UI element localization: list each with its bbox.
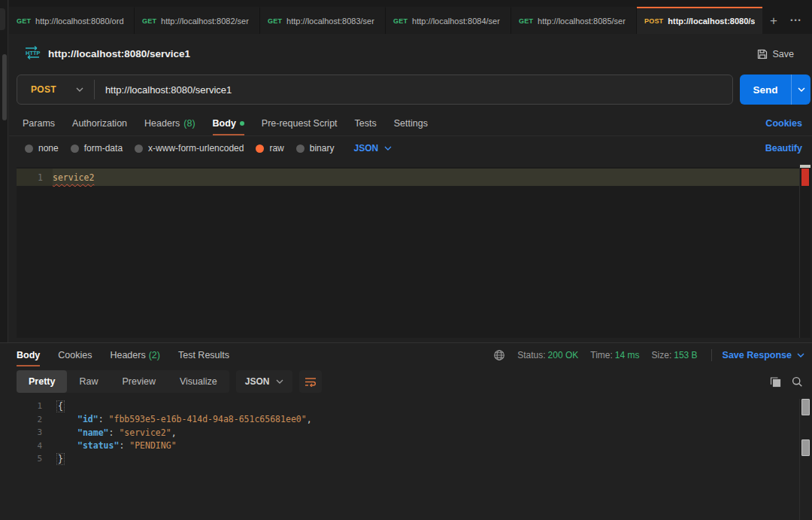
editor-text[interactable]: service2 xyxy=(53,172,94,183)
view-visualize[interactable]: Visualize xyxy=(168,370,229,393)
radio-none[interactable]: none xyxy=(25,143,59,154)
line-number: 4 xyxy=(0,441,42,451)
search-icon xyxy=(792,376,803,388)
request-url-input[interactable]: http://localhost:8080/service1 xyxy=(95,84,232,96)
tab-tests[interactable]: Tests xyxy=(355,111,377,135)
radio-icon xyxy=(71,144,79,153)
svg-text:HTTP: HTTP xyxy=(26,49,41,56)
code-line: 2 "id": "fbb593e5-e16b-414d-94a8-651c656… xyxy=(0,413,797,427)
tab-get-8085-ser[interactable]: GET http://localhost:8085/ser xyxy=(511,7,637,34)
globe-icon xyxy=(493,349,505,361)
json-value: "fbb593e5-e16b-414d-94a8-651c65681ee0" xyxy=(109,414,307,424)
response-tab-headers[interactable]: Headers (2) xyxy=(110,343,160,366)
response-tab-test-results-label: Test Results xyxy=(178,350,229,360)
send-options-button[interactable] xyxy=(791,75,810,105)
headers-count-badge: (8) xyxy=(183,118,195,129)
status-label: Status: xyxy=(517,350,545,360)
request-subtabs: Params Authorization Headers (8) Body Pr… xyxy=(9,111,812,136)
response-scrollbar-thumb[interactable] xyxy=(801,439,810,456)
view-raw[interactable]: Raw xyxy=(67,370,110,393)
code-line: 1 { xyxy=(0,400,797,413)
response-tab-body[interactable]: Body xyxy=(17,343,40,366)
send-button[interactable]: Send xyxy=(740,75,791,105)
save-response-label: Save Response xyxy=(723,350,792,360)
tab-get-8084-ser[interactable]: GET http://localhost:8084/ser xyxy=(386,7,511,34)
response-language-dropdown[interactable]: JSON xyxy=(236,370,293,393)
tab-post-8080-active[interactable]: POST http://localhost:8080/se xyxy=(637,7,762,34)
response-language-value: JSON xyxy=(245,376,270,387)
floppy-icon xyxy=(757,49,768,59)
json-value: "service2" xyxy=(119,427,171,438)
copy-button[interactable] xyxy=(770,376,781,388)
tab-params-label: Params xyxy=(23,118,55,129)
editor-overview-ruler xyxy=(799,167,800,338)
response-tab-cookies[interactable]: Cookies xyxy=(58,343,92,366)
json-comma: , xyxy=(307,414,312,424)
tab-get-8080-ord[interactable]: GET http://localhost:8080/ord xyxy=(9,7,135,34)
view-raw-label: Raw xyxy=(79,376,98,387)
line-number: 1 xyxy=(17,172,53,183)
json-key: "name" xyxy=(77,427,109,438)
view-preview[interactable]: Preview xyxy=(110,370,167,393)
editor-scrollbar-top xyxy=(800,165,810,168)
tab-prerequest-script[interactable]: Pre-request Script xyxy=(262,111,338,135)
new-tab-button[interactable]: + xyxy=(762,10,785,31)
size-pair: Size:153 B xyxy=(652,350,698,360)
body-type-row: none form-data x-www-form-urlencoded raw… xyxy=(9,137,812,160)
url-input-box: POST http://localhost:8080/service1 xyxy=(17,75,733,105)
tab-url: http://localhost:8082/ser xyxy=(161,17,249,26)
body-modified-dot xyxy=(240,121,244,126)
tab-tests-label: Tests xyxy=(355,118,377,129)
save-button-label: Save xyxy=(773,49,795,59)
tab-prerequest-label: Pre-request Script xyxy=(262,118,338,129)
more-tabs-button[interactable]: ••• xyxy=(785,10,807,31)
tab-get-8082-ser[interactable]: GET http://localhost:8082/ser xyxy=(135,7,260,34)
body-language-dropdown[interactable]: JSON xyxy=(353,143,392,154)
save-response-button[interactable]: Save Response xyxy=(723,350,804,360)
tab-authorization-label: Authorization xyxy=(72,118,127,129)
request-body-editor[interactable]: 1 service2 xyxy=(17,167,810,338)
tab-params[interactable]: Params xyxy=(23,111,55,135)
tab-method-badge: POST xyxy=(644,17,663,25)
radio-raw[interactable]: raw xyxy=(256,143,283,154)
radio-x-www-form-urlencoded[interactable]: x-www-form-urlencoded xyxy=(135,143,244,154)
response-tab-test-results[interactable]: Test Results xyxy=(178,343,229,366)
beautify-link[interactable]: Beautify xyxy=(765,143,802,154)
tab-headers[interactable]: Headers (8) xyxy=(144,111,195,135)
response-body-viewer[interactable]: 1 { 2 "id": "fbb593e5-e16b-414d-94a8-651… xyxy=(0,400,797,466)
time-value: 14 ms xyxy=(615,350,640,360)
method-dropdown[interactable]: POST xyxy=(17,75,94,104)
chevron-down-icon xyxy=(384,146,392,151)
radio-icon xyxy=(135,144,143,153)
tab-get-8083-ser[interactable]: GET http://localhost:8083/ser xyxy=(260,7,386,34)
response-scrollbar-thumb[interactable] xyxy=(801,399,810,415)
response-tab-bar: Body Cookies Headers (2) Test Results St… xyxy=(0,343,812,366)
editor-error-marker xyxy=(801,169,809,186)
open-brace[interactable]: { xyxy=(56,400,65,412)
radio-selected-icon xyxy=(256,144,264,153)
radio-x-www-label: x-www-form-urlencoded xyxy=(148,143,244,154)
close-brace[interactable]: } xyxy=(56,453,65,465)
save-button[interactable]: Save xyxy=(750,44,802,64)
radio-binary[interactable]: binary xyxy=(296,143,335,154)
tab-settings[interactable]: Settings xyxy=(394,111,428,135)
copy-icon xyxy=(770,376,781,388)
response-actions xyxy=(770,376,803,388)
response-tab-headers-label: Headers xyxy=(110,350,145,360)
json-separator: : xyxy=(98,414,109,424)
tab-method-badge: GET xyxy=(17,17,31,25)
wrap-lines-button[interactable] xyxy=(299,370,322,393)
tab-body[interactable]: Body xyxy=(213,111,244,135)
line-number: 5 xyxy=(0,454,42,464)
network-info-button[interactable] xyxy=(493,349,505,361)
view-pretty[interactable]: Pretty xyxy=(17,370,67,393)
tab-authorization[interactable]: Authorization xyxy=(72,111,127,135)
code-line: 4 "status": "PENDING" xyxy=(0,439,797,453)
cookies-link[interactable]: Cookies xyxy=(765,118,802,129)
code-line: 3 "name": "service2", xyxy=(0,426,797,439)
radio-form-data[interactable]: form-data xyxy=(71,143,123,154)
status-value: 200 OK xyxy=(548,350,579,360)
tab-url: http://localhost:8084/ser xyxy=(412,17,500,26)
search-button[interactable] xyxy=(792,376,803,388)
response-scroll-rail xyxy=(799,399,800,520)
